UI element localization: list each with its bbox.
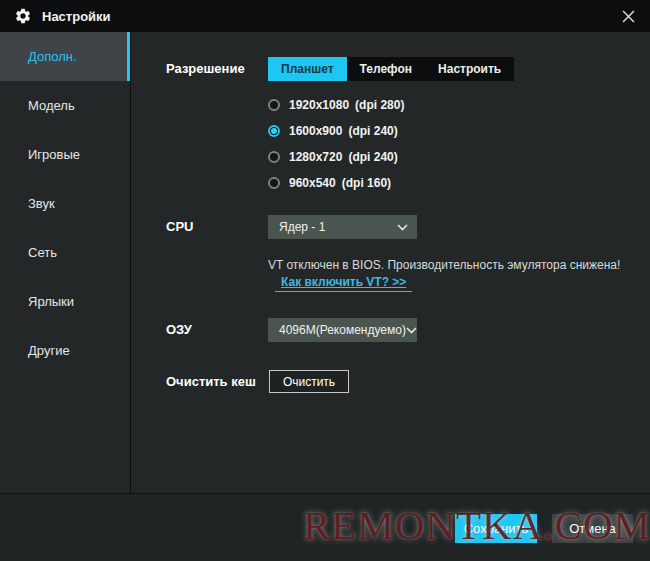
sidebar-item-label: Ярлыки bbox=[28, 294, 74, 309]
sidebar-item-game[interactable]: Игровые bbox=[0, 130, 130, 179]
tab-custom[interactable]: Настроить bbox=[425, 57, 514, 81]
radio-icon bbox=[268, 125, 280, 137]
sidebar-item-label: Сеть bbox=[28, 245, 57, 260]
sidebar-item-network[interactable]: Сеть bbox=[0, 228, 130, 277]
radio-label: 1280x720 bbox=[289, 150, 342, 164]
save-button[interactable]: Сохранить bbox=[455, 514, 537, 543]
radio-960x540[interactable]: 960x540 (dpi 160) bbox=[268, 170, 404, 196]
sidebar-item-shortcuts[interactable]: Ярлыки bbox=[0, 277, 130, 326]
radio-label: 1600x900 bbox=[289, 124, 342, 138]
ram-dropdown-value: 4096M(Рекомендуемо) bbox=[279, 323, 406, 337]
radio-label: 960x540 bbox=[289, 176, 336, 190]
settings-sidebar: Дополн. Модель Игровые Звук Сеть Ярлыки … bbox=[0, 32, 131, 493]
sidebar-item-label: Модель bbox=[28, 98, 75, 113]
radio-icon bbox=[268, 151, 280, 163]
clear-cache-label: Очистить кеш bbox=[166, 374, 256, 389]
radio-1280x720[interactable]: 1280x720 (dpi 240) bbox=[268, 144, 404, 170]
settings-gear-icon bbox=[14, 7, 32, 25]
sidebar-item-advanced[interactable]: Дополн. bbox=[0, 32, 130, 81]
cpu-dropdown[interactable]: Ядер - 1 bbox=[268, 215, 417, 239]
tab-phone[interactable]: Телефон bbox=[347, 57, 425, 81]
resolution-radio-group: 1920x1080 (dpi 280) 1600x900 (dpi 240) 1… bbox=[268, 92, 404, 196]
footer-bar: Сохранить Отмена bbox=[0, 493, 650, 561]
sidebar-item-sound[interactable]: Звук bbox=[0, 179, 130, 228]
chevron-down-icon bbox=[406, 327, 417, 334]
resolution-tabs: Планшет Телефон Настроить bbox=[268, 57, 514, 81]
radio-icon bbox=[268, 177, 280, 189]
sidebar-item-label: Игровые bbox=[28, 147, 80, 162]
titlebar: Настройки bbox=[0, 0, 650, 32]
radio-dpi: (dpi 280) bbox=[355, 98, 404, 112]
resolution-label: Разрешение bbox=[166, 61, 245, 76]
sidebar-item-label: Другие bbox=[28, 343, 70, 358]
cpu-dropdown-value: Ядер - 1 bbox=[279, 220, 325, 234]
clear-cache-button[interactable]: Очистить bbox=[269, 370, 349, 393]
settings-content: Разрешение Планшет Телефон Настроить 192… bbox=[132, 32, 650, 493]
ram-label: ОЗУ bbox=[166, 322, 192, 337]
radio-1920x1080[interactable]: 1920x1080 (dpi 280) bbox=[268, 92, 404, 118]
vt-warning-text: VT отключен в BIOS. Производительность э… bbox=[268, 258, 620, 272]
tab-tablet[interactable]: Планшет bbox=[268, 57, 347, 81]
radio-1600x900[interactable]: 1600x900 (dpi 240) bbox=[268, 118, 404, 144]
vt-help-link[interactable]: Как включить VT? >> bbox=[275, 275, 412, 292]
radio-dpi: (dpi 240) bbox=[348, 124, 397, 138]
radio-label: 1920x1080 bbox=[289, 98, 349, 112]
chevron-down-icon bbox=[397, 224, 408, 231]
radio-icon bbox=[268, 99, 280, 111]
close-icon[interactable] bbox=[620, 8, 636, 24]
radio-dpi: (dpi 240) bbox=[348, 150, 397, 164]
sidebar-item-label: Дополн. bbox=[28, 49, 77, 64]
cancel-button[interactable]: Отмена bbox=[552, 514, 633, 543]
sidebar-item-other[interactable]: Другие bbox=[0, 326, 130, 375]
window-title: Настройки bbox=[42, 9, 111, 24]
sidebar-item-label: Звук bbox=[28, 196, 55, 211]
cpu-label: CPU bbox=[166, 219, 193, 234]
sidebar-item-model[interactable]: Модель bbox=[0, 81, 130, 130]
ram-dropdown[interactable]: 4096M(Рекомендуемо) bbox=[268, 318, 417, 342]
radio-dpi: (dpi 160) bbox=[342, 176, 391, 190]
